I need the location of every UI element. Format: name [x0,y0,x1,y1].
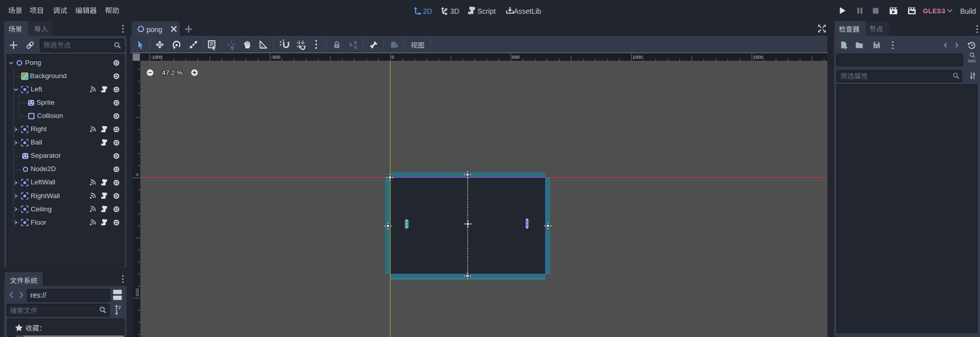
svg-text:-500: -500 [271,55,280,60]
svg-text:500: 500 [512,55,520,60]
svg-text:0: 0 [391,55,394,60]
svg-text:1500: 1500 [753,55,763,60]
svg-text:-1000: -1000 [151,55,162,60]
svg-text:DOC: DOC [968,59,976,63]
svg-text:0: 0 [134,173,140,176]
svg-text:500: 500 [134,288,140,297]
svg-text:1000: 1000 [632,55,643,60]
